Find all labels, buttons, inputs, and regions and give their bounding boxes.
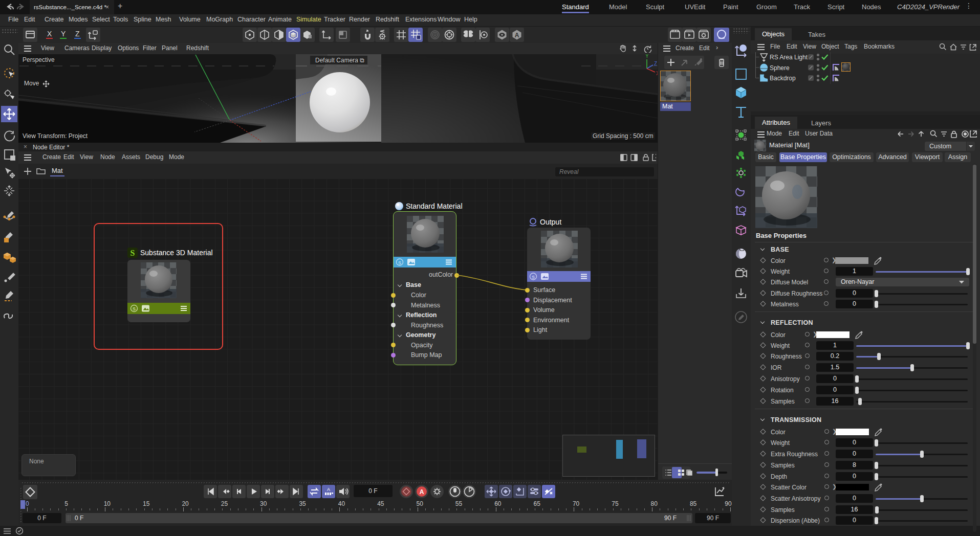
svg-text:S: S (133, 306, 136, 311)
svg-text:A: A (515, 32, 519, 39)
svg-text:S: S (532, 275, 535, 280)
svg-text:A: A (327, 487, 330, 492)
svg-text:A: A (420, 488, 424, 496)
svg-text:Y: Y (645, 54, 649, 59)
svg-text:Z: Z (654, 61, 657, 66)
svg-text:S: S (130, 249, 135, 257)
svg-text:S: S (398, 260, 401, 265)
